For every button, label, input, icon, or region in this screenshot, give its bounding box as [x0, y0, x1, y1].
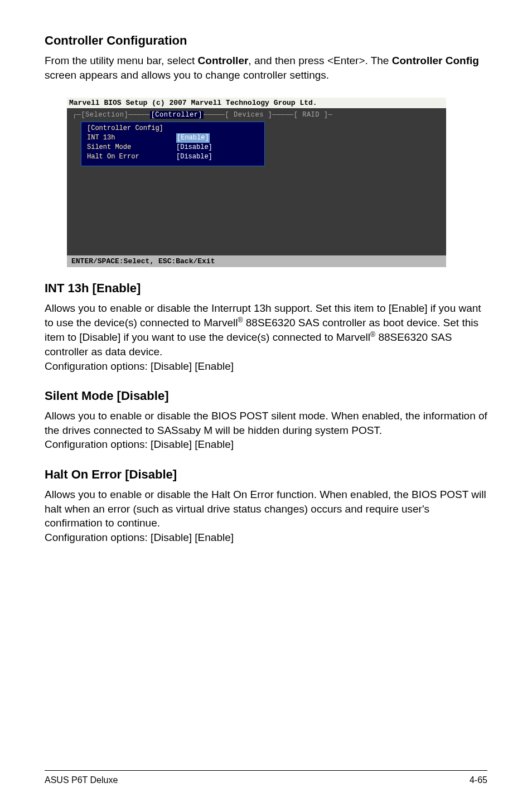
popup-value: [Disable] — [176, 143, 212, 152]
para-silent-mode: Allows you to enable or disable the BIOS… — [45, 409, 487, 452]
footer-left: ASUS P6T Deluxe — [45, 775, 118, 785]
text-bold: Controller Config — [392, 55, 479, 66]
popup-row-silent: Silent Mode [Disable] — [87, 143, 259, 152]
config-options: Configuration options: [Disable] [Enable… — [45, 532, 234, 543]
popup-label: Halt On Error — [87, 152, 176, 162]
footer-right: 4-65 — [470, 775, 487, 785]
page-footer: ASUS P6T Deluxe 4-65 — [45, 770, 487, 785]
section-int13h: INT 13h [Enable] Allows you to enable or… — [45, 281, 487, 373]
text-bold: Controller — [198, 55, 249, 66]
bios-main-area: [Controller Config] INT 13h [Enable] Sil… — [67, 122, 446, 255]
bios-screenshot: Marvell BIOS Setup (c) 2007 Marvell Tech… — [67, 98, 487, 267]
bios-body: ┌─[Selection]─────[Controller]─────[ Dev… — [67, 108, 446, 255]
section-controller-config: Controller Configuration From the utilit… — [45, 33, 487, 82]
para-controller-config: From the utility menu bar, select Contro… — [45, 54, 487, 82]
para-int13h: Allows you to enable or disable the Inte… — [45, 301, 487, 373]
popup-label: INT 13h — [87, 133, 176, 143]
popup-value-selected: [Enable] — [176, 133, 210, 143]
para-halt-on-error: Allows you to enable or disable the Halt… — [45, 487, 487, 545]
bios-popup: [Controller Config] INT 13h [Enable] Sil… — [81, 122, 265, 166]
bios-tabs: ┌─[Selection]─────[Controller]─────[ Dev… — [67, 108, 446, 119]
popup-row-int13h: INT 13h [Enable] — [87, 133, 259, 143]
heading-halt-on-error: Halt On Error [Disable] — [45, 467, 487, 482]
text-fragment: From the utility menu bar, select — [45, 55, 198, 66]
section-silent-mode: Silent Mode [Disable] Allows you to enab… — [45, 389, 487, 452]
heading-int13h: INT 13h [Enable] — [45, 281, 487, 296]
popup-label: Silent Mode — [87, 143, 176, 152]
text-fragment: , and then press <Enter>. The — [248, 55, 391, 66]
registered-symbol: ® — [238, 316, 243, 324]
bios-title-bar: Marvell BIOS Setup (c) 2007 Marvell Tech… — [67, 98, 446, 108]
bios-frame-line: ───── — [204, 111, 225, 119]
section-halt-on-error: Halt On Error [Disable] Allows you to en… — [45, 467, 487, 545]
bios-tab-controller: [Controller] — [150, 111, 204, 119]
registered-symbol: ® — [370, 331, 375, 339]
popup-value: [Disable] — [176, 152, 212, 162]
popup-row-halt: Halt On Error [Disable] — [87, 152, 259, 162]
config-options: Configuration options: [Disable] [Enable… — [45, 360, 234, 372]
bios-frame-line: ───── — [128, 111, 150, 119]
bios-frame-corner: ┌─ — [72, 111, 81, 119]
text-fragment: screen appears and allows you to change … — [45, 69, 329, 81]
bios-tab-raid: [ RAID ] — [294, 111, 328, 119]
bios-frame-line: ─ — [328, 111, 332, 119]
heading-controller-config: Controller Configuration — [45, 33, 487, 48]
text-body: Allows you to enable or disable the Halt… — [45, 489, 486, 529]
heading-silent-mode: Silent Mode [Disable] — [45, 389, 487, 403]
config-options: Configuration options: [Disable] [Enable… — [45, 438, 234, 450]
bios-tab-devices: [ Devices ] — [225, 111, 273, 119]
bios-frame-line: ───── — [272, 111, 294, 119]
popup-title: [Controller Config] — [87, 124, 259, 133]
bios-footer-bar: ENTER/SPACE:Select, ESC:Back/Exit — [67, 255, 446, 267]
bios-tab-selection: [Selection] — [81, 111, 128, 119]
text-body: Allows you to enable or disable the BIOS… — [45, 410, 487, 436]
